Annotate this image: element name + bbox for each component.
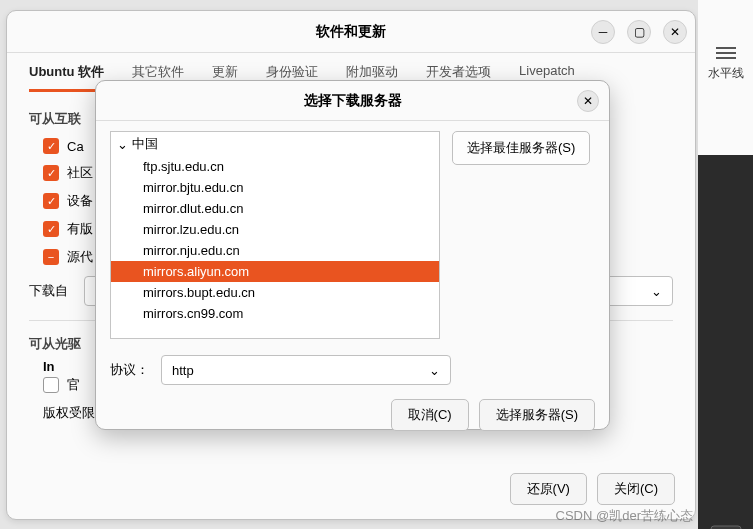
chevron-down-icon: ⌄ [429, 363, 440, 378]
tab-ubuntu-software[interactable]: Ubuntu 软件 [29, 63, 104, 92]
server-listbox[interactable]: ⌄ 中国 ftp.sjtu.edu.cnmirror.bjtu.edu.cnmi… [110, 131, 440, 339]
chevron-down-icon: ⌄ [651, 284, 662, 299]
server-item[interactable]: ftp.sjtu.edu.cn [111, 156, 439, 177]
download-label: 下载自 [29, 282, 68, 300]
tree-parent-china[interactable]: ⌄ 中国 [111, 132, 439, 156]
checkbox-icon [43, 377, 59, 393]
server-item[interactable]: mirror.lzu.edu.cn [111, 219, 439, 240]
chevron-down-icon: ⌄ [117, 137, 128, 152]
checkbox-icon [43, 138, 59, 154]
monitor-icon [709, 523, 743, 529]
server-item[interactable]: mirrors.bupt.edu.cn [111, 282, 439, 303]
server-item[interactable]: mirrors.cn99.com [111, 303, 439, 324]
choose-server-dialog: 选择下载服务器 ✕ ⌄ 中国 ftp.sjtu.edu.cnmirror.bjt… [95, 80, 610, 430]
modal-title: 选择下载服务器 [304, 92, 402, 110]
protocol-select[interactable]: http ⌄ [161, 355, 451, 385]
horizontal-line-item[interactable]: 水平线 [698, 0, 753, 82]
protocol-label: 协议： [110, 361, 149, 379]
select-best-server-button[interactable]: 选择最佳服务器(S) [452, 131, 590, 165]
checkbox-icon [43, 249, 59, 265]
titlebar: 软件和更新 ─ ▢ ✕ [7, 11, 695, 53]
server-item[interactable]: mirror.dlut.edu.cn [111, 198, 439, 219]
svg-rect-1 [716, 52, 736, 54]
choose-server-button[interactable]: 选择服务器(S) [479, 399, 595, 431]
window-title: 软件和更新 [316, 23, 386, 41]
cancel-button[interactable]: 取消(C) [391, 399, 469, 431]
dark-area: 系统监视器 设置 [698, 155, 753, 529]
revert-button[interactable]: 还原(V) [510, 473, 587, 505]
svg-rect-2 [716, 57, 736, 59]
system-monitor-item[interactable]: 系统监视器 [698, 523, 753, 529]
svg-rect-0 [716, 47, 736, 49]
right-panel: 水平线 系统监视器 设置 [698, 0, 753, 529]
checkbox-icon [43, 193, 59, 209]
minimize-button[interactable]: ─ [591, 20, 615, 44]
maximize-button[interactable]: ▢ [627, 20, 651, 44]
server-item[interactable]: mirror.nju.edu.cn [111, 240, 439, 261]
close-button[interactable]: ✕ [663, 20, 687, 44]
horizontal-line-icon [716, 45, 736, 61]
watermark: CSDN @凯der苦练心态 [556, 507, 693, 525]
modal-titlebar: 选择下载服务器 ✕ [96, 81, 609, 121]
right-label: 水平线 [708, 66, 744, 80]
server-item[interactable]: mirrors.aliyun.com [111, 261, 439, 282]
close-button-footer[interactable]: 关闭(C) [597, 473, 675, 505]
checkbox-icon [43, 221, 59, 237]
server-item[interactable]: mirror.bjtu.edu.cn [111, 177, 439, 198]
modal-close-button[interactable]: ✕ [577, 90, 599, 112]
checkbox-icon [43, 165, 59, 181]
